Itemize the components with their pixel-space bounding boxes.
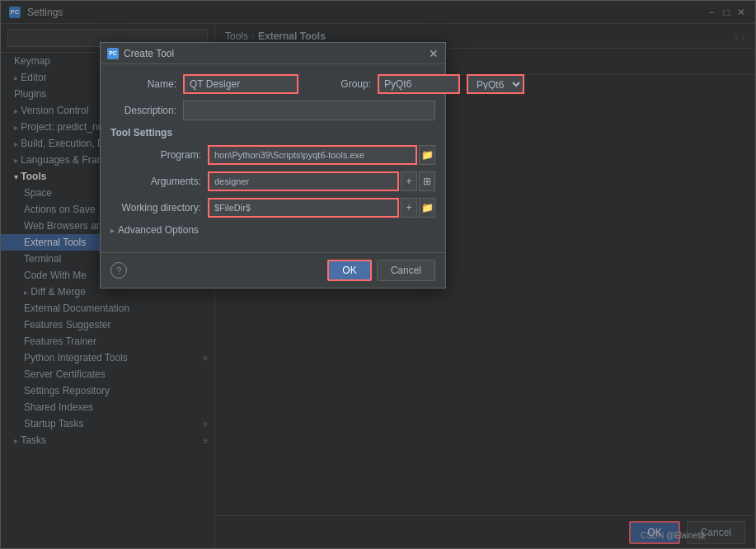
group-select[interactable]: PyQt6 [467,74,524,94]
advanced-label: Advanced Options [118,224,199,236]
arguments-row: Arguments: + ⊞ [110,171,435,191]
watermark: CSDN @Elaine猿 [641,530,706,542]
working-dir-input-group: + 📁 [208,198,435,218]
dialog-footer: ? OK Cancel [101,252,445,288]
dialog-title-text: Create Tool [124,48,174,59]
advanced-options-row[interactable]: ▸ Advanced Options [110,224,435,236]
arguments-input[interactable] [208,171,399,191]
dialog-body: Name: Group: PyQt6 Description: Tool Set… [101,64,445,252]
program-label: Program: [110,149,201,161]
dialog-app-icon: PC [107,48,119,59]
dialog-title-bar: PC Create Tool ✕ [101,43,445,64]
working-dir-input[interactable] [208,198,399,218]
program-input[interactable] [208,145,417,165]
program-input-group: 📁 [208,145,435,165]
program-row: Program: 📁 [110,145,435,165]
dialog-close-button[interactable]: ✕ [429,47,439,60]
description-input[interactable] [183,101,435,120]
arguments-input-group: + ⊞ [208,171,435,191]
create-tool-dialog: PC Create Tool ✕ Name: Group: PyQt6 Desc… [100,42,446,289]
advanced-expand-icon: ▸ [110,226,115,235]
group-input[interactable] [378,74,460,94]
tool-settings-title: Tool Settings [110,127,435,138]
tool-settings-section: Tool Settings Program: 📁 Arguments: + [110,127,435,218]
arguments-add-button[interactable]: + [401,171,417,191]
name-label: Name: [110,78,176,90]
name-group-row: Name: Group: PyQt6 [110,74,435,94]
working-dir-row: Working directory: + 📁 [110,198,435,218]
group-label: Group: [305,78,371,90]
arguments-label: Arguments: [110,176,201,187]
description-row: Description: [110,101,435,120]
name-input[interactable] [183,74,298,94]
working-dir-add-button[interactable]: + [401,198,417,218]
description-label: Description: [110,105,176,116]
settings-window: PC Settings − □ ✕ Keymap ▸ Editor [0,0,756,549]
help-button[interactable]: ? [110,262,127,279]
dialog-ok-button[interactable]: OK [327,260,371,281]
program-browse-button[interactable]: 📁 [419,145,435,165]
working-dir-browse-button[interactable]: 📁 [419,198,435,218]
working-dir-label: Working directory: [110,202,201,214]
arguments-macro-button[interactable]: ⊞ [419,171,435,191]
dialog-title-left: PC Create Tool [107,48,174,59]
dialog-cancel-button[interactable]: Cancel [377,260,435,281]
